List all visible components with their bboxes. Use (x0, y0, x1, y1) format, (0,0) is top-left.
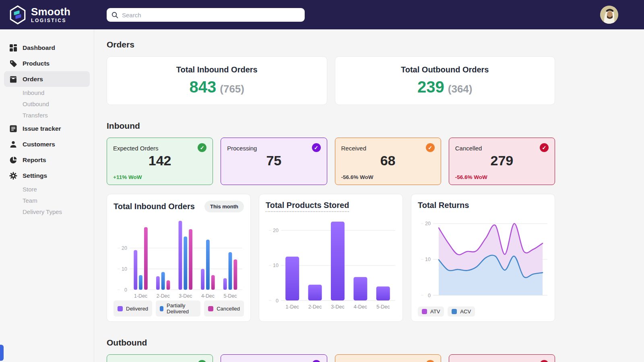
sidebar-subitem-team[interactable]: Team (4, 195, 90, 206)
status-card-value: 68 (341, 153, 435, 169)
sidebar-item-orders[interactable]: Orders (4, 71, 90, 87)
sidebar-item-label: Orders (23, 76, 43, 83)
inbound-status-row: Expected Orders✓142+11% WoWProcessing✓75… (107, 138, 555, 185)
sidebar-item-customers[interactable]: Customers (4, 136, 90, 152)
section-title-inbound: Inbound (107, 121, 555, 131)
pie-icon (9, 156, 17, 164)
search-bar[interactable] (107, 8, 305, 22)
check-badge-icon: ✓ (312, 360, 321, 362)
sidebar: DashboardProductsOrdersInboundOutboundTr… (0, 29, 94, 362)
status-card-red[interactable]: ✓ (449, 354, 555, 362)
legend-item-atv[interactable]: ATV (418, 306, 444, 317)
status-card-processing[interactable]: Processing✓75 (221, 138, 327, 185)
legend-swatch-icon (422, 309, 427, 314)
svg-text:20: 20 (425, 221, 431, 226)
brand-logo: Smooth LOGISTICS (0, 5, 70, 25)
chart-card-total-products-stored: Total Products Stored010201-Dec2-Dec3-De… (259, 194, 403, 322)
status-card-label: Received (341, 143, 367, 152)
legend-label: Delivered (126, 306, 148, 312)
sidebar-item-reports[interactable]: Reports (4, 152, 90, 168)
sidebar-item-settings[interactable]: Settings (4, 168, 90, 183)
package-icon (9, 75, 17, 83)
sidebar-item-issue-tracker[interactable]: Issue tracker (4, 121, 90, 136)
sidebar-item-dashboard[interactable]: Dashboard (4, 40, 90, 56)
legend-item-cancelled[interactable]: Cancelled (204, 300, 244, 317)
svg-text:3-Dec: 3-Dec (331, 304, 344, 310)
legend-item-delivered[interactable]: Delivered (114, 300, 152, 317)
summary-card-total-outbound-orders[interactable]: Total Outbound Orders239(364) (335, 56, 555, 105)
sidebar-item-label: Products (23, 60, 50, 67)
status-card-header: ✓ (455, 360, 549, 362)
sidebar-item-label: Customers (23, 141, 55, 148)
svg-text:5-Dec: 5-Dec (376, 304, 390, 310)
svg-text:10: 10 (122, 266, 127, 272)
time-filter-button[interactable]: This month (204, 201, 244, 212)
status-card-header: Expected Orders✓ (113, 143, 206, 152)
legend-label: Partially Delivered (167, 302, 196, 315)
svg-text:2-Dec: 2-Dec (157, 293, 170, 299)
summary-card-value: 843 (190, 78, 217, 96)
chart-header: Total Products Stored (266, 201, 396, 210)
check-badge-icon: ✓ (198, 360, 206, 362)
sidebar-subitem-delivery-types[interactable]: Delivery Types (4, 206, 90, 217)
check-badge-icon: ✓ (540, 143, 549, 152)
status-card-value: 142 (113, 153, 206, 169)
chart-plot: 01020 (418, 212, 549, 299)
check-badge-icon: ✓ (540, 360, 549, 362)
scrollbar-thumb[interactable] (0, 345, 4, 361)
sidebar-item-label: Delivery Types (23, 208, 62, 215)
summary-card-title: Total Inbound Orders (176, 65, 258, 74)
sidebar-subitem-transfers[interactable]: Transfers (4, 109, 90, 121)
summary-cards-row: Total Inbound Orders843(765)Total Outbou… (107, 56, 555, 105)
brand-name: Smooth (31, 6, 70, 17)
svg-text:10: 10 (425, 257, 431, 262)
sidebar-item-label: Transfers (23, 112, 48, 119)
sidebar-subitem-outbound[interactable]: Outbound (4, 98, 90, 109)
search-input[interactable] (122, 12, 300, 19)
sidebar-item-label: Settings (23, 172, 47, 179)
status-card-value: 279 (455, 153, 549, 169)
section-title-orders: Orders (107, 40, 555, 49)
svg-text:0: 0 (276, 298, 279, 304)
avatar[interactable] (600, 6, 618, 24)
legend-item-partially-delivered[interactable]: Partially Delivered (156, 300, 200, 317)
chart-title: Total Returns (418, 201, 469, 210)
user-photo-icon (600, 6, 618, 24)
status-card-green[interactable]: ✓ (107, 354, 213, 362)
topbar: Smooth LOGISTICS (0, 0, 644, 29)
summary-card-values: 843(765) (190, 78, 244, 96)
status-card-orange[interactable]: ✓ (335, 354, 441, 362)
chart-plot: 010201-Dec2-Dec3-Dec4-Dec5-Dec (266, 212, 397, 311)
status-card-header: Cancelled✓ (455, 143, 549, 152)
svg-text:4-Dec: 4-Dec (201, 293, 215, 299)
sidebar-subitem-store[interactable]: Store (4, 183, 90, 195)
brand-subtitle: LOGISTICS (31, 18, 70, 23)
summary-card-total-inbound-orders[interactable]: Total Inbound Orders843(765) (107, 56, 327, 105)
chart-plot: 010201-Dec2-Dec3-Dec4-Dec5-Dec (114, 214, 245, 300)
gear-icon (9, 172, 17, 180)
status-card-label: Cancelled (455, 143, 482, 152)
status-card-header: ✓ (113, 360, 206, 362)
check-badge-icon: ✓ (198, 143, 206, 152)
chart-title-text: Total Products Stored (266, 201, 349, 212)
sidebar-item-label: Team (23, 197, 37, 204)
legend-item-acv[interactable]: ACV (448, 306, 475, 317)
status-card-header: Received✓ (341, 143, 435, 152)
sidebar-item-products[interactable]: Products (4, 56, 90, 71)
sidebar-subitem-inbound[interactable]: Inbound (4, 87, 90, 98)
check-badge-icon: ✓ (312, 143, 321, 152)
summary-card-value: 239 (417, 78, 444, 96)
status-card-value: 75 (227, 153, 320, 169)
status-card-purple[interactable]: ✓ (221, 354, 327, 362)
status-card-delta: -56.6% WoW (341, 174, 374, 180)
svg-text:1-Dec: 1-Dec (134, 293, 147, 299)
status-card-cancelled[interactable]: Cancelled✓279-56.6% WoW (449, 138, 555, 185)
status-card-expected-orders[interactable]: Expected Orders✓142+11% WoW (107, 138, 213, 185)
svg-text:0: 0 (428, 293, 431, 298)
summary-card-previous-value: (765) (220, 83, 244, 95)
svg-text:1-Dec: 1-Dec (286, 304, 299, 310)
chart-legend: ATVACV (418, 306, 548, 317)
sidebar-item-label: Reports (23, 156, 46, 164)
check-badge-icon: ✓ (426, 360, 435, 362)
status-card-received[interactable]: Received✓68-56.6% WoW (335, 138, 441, 185)
